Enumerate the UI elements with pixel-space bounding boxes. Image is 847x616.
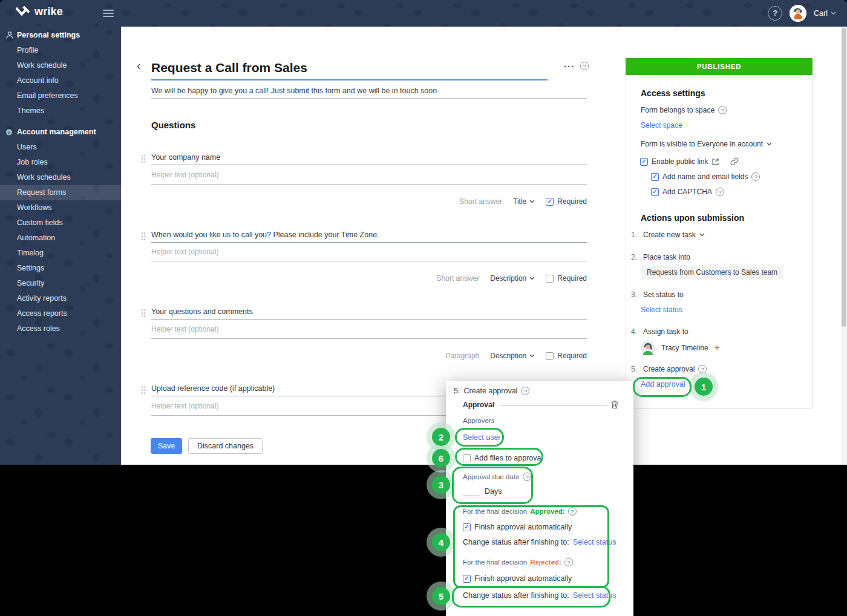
required-checkbox[interactable] — [546, 352, 554, 360]
sidebar-item-access-reports[interactable]: Access reports — [0, 306, 121, 321]
question-label[interactable]: Upload reference code (if applicable) — [151, 384, 275, 393]
question-circle-icon[interactable]: ? — [751, 172, 760, 181]
form-title[interactable]: Request a Call from Sales — [151, 61, 307, 75]
select-status-link[interactable]: Select status — [641, 306, 682, 314]
assignee-avatar[interactable] — [641, 341, 655, 355]
days-input[interactable] — [463, 496, 480, 496]
required-checkbox[interactable] — [546, 198, 554, 206]
sidebar-item-custom-fields[interactable]: Custom fields — [0, 215, 121, 231]
add-name-email-row[interactable]: Add name and email fields ? — [651, 172, 760, 181]
sidebar-item-profile[interactable]: Profile — [0, 43, 121, 58]
drag-handle-icon[interactable] — [141, 309, 146, 318]
delete-approval-icon[interactable] — [610, 400, 619, 409]
sidebar-item-access-roles[interactable]: Access roles — [0, 321, 121, 336]
question-circle-icon[interactable]: ? — [521, 387, 529, 395]
add-approval-link[interactable]: Add approval — [641, 380, 685, 388]
days-unit-label: Days — [485, 487, 502, 496]
form-description[interactable]: We will be happy to give you a call! Jus… — [151, 87, 437, 95]
help-icon[interactable]: ? — [768, 6, 782, 21]
add-files-checkbox[interactable] — [463, 454, 471, 462]
approved-label: Approved: — [530, 508, 565, 515]
helper-text-input[interactable]: Helper text (optional) — [151, 171, 218, 179]
sidebar-section-account[interactable]: ⚙ Account management — [0, 125, 121, 140]
field-type-dropdown[interactable]: Title — [513, 197, 535, 206]
action-create-approval: 5.Create approval ? — [631, 365, 707, 373]
chevron-down-icon — [529, 200, 535, 203]
more-options-icon[interactable]: ··· — [564, 61, 575, 71]
visibility-dropdown[interactable]: Form is visible to Everyone in account — [641, 140, 772, 148]
discard-changes-button[interactable]: Discard changes — [188, 438, 263, 454]
sidebar-item-automation[interactable]: Automation — [0, 231, 121, 246]
question-label[interactable]: When would you like us to call you? Plea… — [151, 231, 379, 239]
sidebar-item-email-preferences[interactable]: Email preferences — [0, 88, 121, 103]
question-circle-icon[interactable]: ? — [718, 106, 727, 114]
add-files-row[interactable]: Add files to approval — [463, 454, 543, 462]
add-captcha-row[interactable]: Add CAPTCHA ? — [651, 188, 724, 196]
form-help-icon[interactable]: ? — [580, 62, 589, 70]
user-menu[interactable]: Carl — [814, 9, 836, 18]
copy-link-icon[interactable] — [730, 157, 739, 166]
question-circle-icon[interactable]: ? — [716, 188, 724, 196]
sidebar-item-security[interactable]: Security — [0, 276, 121, 291]
add-name-email-checkbox[interactable] — [651, 173, 659, 181]
required-toggle[interactable]: Required — [546, 274, 587, 283]
sidebar-item-work-schedule[interactable]: Work schedule — [0, 58, 121, 73]
add-captcha-checkbox[interactable] — [651, 188, 659, 196]
question-label[interactable]: Your questions and comments — [151, 307, 253, 316]
scrollbar-thumb[interactable] — [842, 28, 846, 327]
drag-handle-icon[interactable] — [141, 154, 146, 163]
back-button[interactable]: ‹ — [137, 59, 141, 73]
question-label[interactable]: Your company name — [151, 153, 220, 162]
annotation-badge-1: 1 — [695, 378, 713, 396]
enable-public-link-checkbox[interactable] — [640, 158, 648, 166]
sidebar-item-work-schedules[interactable]: Work schedules — [0, 170, 121, 185]
sidebar-item-settings[interactable]: Settings — [0, 261, 121, 276]
helper-text-input[interactable]: Helper text (optional) — [151, 247, 218, 256]
sidebar-item-users[interactable]: Users — [0, 140, 121, 155]
drag-handle-icon[interactable] — [141, 232, 146, 241]
sidebar-item-themes[interactable]: Themes — [0, 103, 121, 119]
divider — [151, 165, 587, 165]
sidebar-item-workflows[interactable]: Workflows — [0, 200, 121, 215]
question-circle-icon[interactable]: ? — [698, 365, 707, 373]
chevron-down-icon — [529, 277, 535, 280]
finish-auto-checkbox[interactable] — [463, 523, 471, 531]
question-circle-icon[interactable]: ? — [523, 473, 531, 481]
required-toggle[interactable]: Required — [546, 352, 587, 360]
assignee-name[interactable]: Tracy Timeline — [661, 344, 708, 352]
question-circle-icon[interactable]: ? — [568, 507, 577, 516]
field-type-dropdown[interactable]: Description — [490, 352, 535, 360]
person-icon — [5, 31, 15, 40]
sidebar-item-timelog[interactable]: Timelog — [0, 246, 121, 261]
menu-icon[interactable] — [103, 8, 114, 19]
sidebar-item-account-info[interactable]: Account info — [0, 73, 121, 88]
select-user-link[interactable]: Select user — [463, 433, 501, 442]
sidebar-item-activity-reports[interactable]: Activity reports — [0, 291, 121, 306]
required-checkbox[interactable] — [546, 275, 554, 283]
required-toggle[interactable]: Required — [546, 197, 587, 206]
select-status-link[interactable]: Select status — [573, 591, 616, 600]
target-folder-chip[interactable]: Requests from Customers to Sales team — [641, 266, 783, 279]
drag-handle-icon[interactable] — [141, 385, 146, 395]
finish-auto-checkbox[interactable] — [463, 575, 471, 583]
sidebar-item-job-roles[interactable]: Job roles — [0, 155, 121, 170]
add-assignee-icon[interactable]: + — [715, 342, 720, 353]
external-link-icon[interactable] — [711, 158, 719, 166]
field-type-dropdown[interactable]: Description — [490, 274, 535, 283]
finish-auto-rejected-row[interactable]: Finish approval automatically — [463, 574, 572, 583]
enable-public-link-row[interactable]: Enable public link — [640, 157, 739, 166]
question-circle-icon[interactable]: ? — [564, 558, 573, 566]
actions-heading: Actions upon submission — [641, 213, 744, 223]
helper-text-input[interactable]: Helper text (optional) — [151, 402, 218, 410]
wrike-logo[interactable]: wrike — [16, 5, 63, 18]
sidebar-item-request-forms[interactable]: Request forms — [0, 185, 121, 200]
helper-text-input[interactable]: Helper text (optional) — [151, 325, 218, 333]
avatar[interactable] — [790, 5, 806, 22]
sidebar-section-personal[interactable]: Personal settings — [0, 28, 121, 43]
save-button[interactable]: Save — [151, 438, 182, 454]
action-create-new-task[interactable]: 1.Create new task — [631, 231, 705, 239]
select-space-link[interactable]: Select space — [641, 121, 682, 129]
popup-step-heading: 5.Create approval ? — [454, 387, 529, 395]
finish-auto-approved-row[interactable]: Finish approval automatically — [463, 523, 572, 531]
select-status-link[interactable]: Select status — [573, 538, 616, 546]
